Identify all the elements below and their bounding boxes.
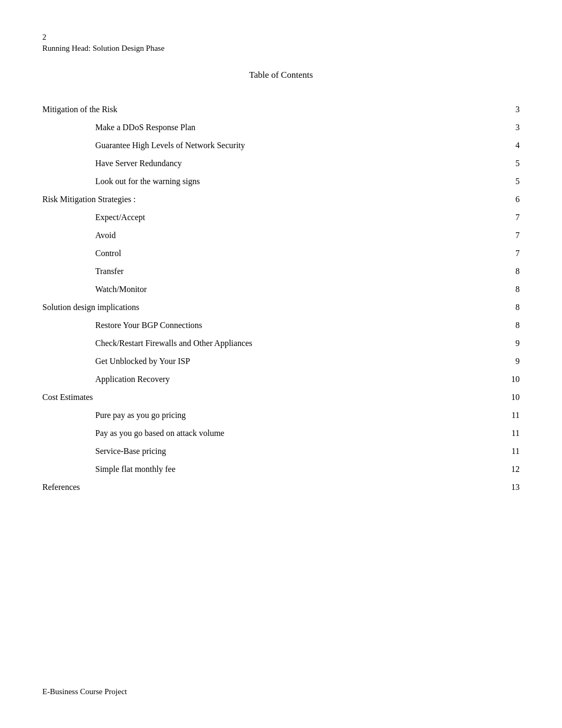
toc-entry-label-20: Simple flat monthly fee bbox=[42, 465, 176, 474]
page: 2 Running Head: Solution Design Phase Ta… bbox=[0, 0, 562, 728]
toc-entry-10: Watch/Monitor8 bbox=[42, 281, 520, 297]
toc-entry-label-4: Look out for the warning signs bbox=[42, 177, 200, 186]
toc-entry-page-18: 11 bbox=[504, 429, 520, 438]
toc-entry-page-7: 7 bbox=[504, 231, 520, 240]
toc-entry-4: Look out for the warning signs5 bbox=[42, 174, 520, 189]
toc-entry-page-14: 9 bbox=[504, 357, 520, 366]
toc-entry-label-2: Guarantee High Levels of Network Securit… bbox=[42, 141, 245, 150]
toc-entry-0: Mitigation of the Risk3 bbox=[42, 102, 520, 117]
toc-entry-label-3: Have Server Redundancy bbox=[42, 159, 182, 168]
toc-entry-label-0: Mitigation of the Risk bbox=[42, 105, 117, 114]
toc-entry-page-16: 10 bbox=[504, 393, 520, 402]
toc-entry-page-20: 12 bbox=[504, 465, 520, 474]
toc-entry-8: Control7 bbox=[42, 245, 520, 261]
toc-entry-label-5: Risk Mitigation Strategies : bbox=[42, 195, 135, 204]
toc-entry-12: Restore Your BGP Connections8 bbox=[42, 317, 520, 333]
toc-entry-label-19: Service-Base pricing bbox=[42, 447, 166, 456]
toc-entry-page-15: 10 bbox=[504, 375, 520, 384]
toc-entry-page-13: 9 bbox=[504, 339, 520, 348]
toc-entry-page-5: 6 bbox=[504, 195, 520, 204]
toc-entry-page-2: 4 bbox=[504, 141, 520, 150]
toc-entry-21: References13 bbox=[42, 479, 520, 495]
toc-entry-label-11: Solution design implications bbox=[42, 303, 139, 312]
toc-entry-3: Have Server Redundancy5 bbox=[42, 156, 520, 171]
running-head: Running Head: Solution Design Phase bbox=[42, 43, 520, 54]
toc-entry-label-21: References bbox=[42, 483, 80, 492]
toc-entry-label-6: Expect/Accept bbox=[42, 213, 145, 222]
toc-entry-11: Solution design implications8 bbox=[42, 299, 520, 315]
toc-title-section: Table of Contents bbox=[42, 70, 520, 80]
toc-entry-page-6: 7 bbox=[504, 213, 520, 222]
toc-entry-14: Get Unblocked by Your ISP9 bbox=[42, 353, 520, 369]
toc-title: Table of Contents bbox=[42, 70, 520, 80]
footer: E-Business Course Project bbox=[42, 687, 127, 696]
toc-entry-label-10: Watch/Monitor bbox=[42, 285, 147, 294]
toc-entry-page-4: 5 bbox=[504, 177, 520, 186]
toc-entry-label-17: Pure pay as you go pricing bbox=[42, 411, 186, 420]
toc-entry-17: Pure pay as you go pricing11 bbox=[42, 407, 520, 423]
toc-entry-19: Service-Base pricing11 bbox=[42, 443, 520, 459]
toc-entry-page-21: 13 bbox=[504, 483, 520, 492]
toc-entry-label-15: Application Recovery bbox=[42, 375, 170, 384]
toc-entry-1: Make a DDoS Response Plan3 bbox=[42, 120, 520, 135]
header: 2 Running Head: Solution Design Phase bbox=[42, 32, 520, 54]
toc-entry-15: Application Recovery10 bbox=[42, 371, 520, 387]
toc-entry-label-13: Check/Restart Firewalls and Other Applia… bbox=[42, 339, 252, 348]
toc-entry-page-10: 8 bbox=[504, 285, 520, 294]
toc-entry-5: Risk Mitigation Strategies :6 bbox=[42, 192, 520, 207]
page-number: 2 bbox=[42, 32, 520, 43]
toc-entry-16: Cost Estimates10 bbox=[42, 389, 520, 405]
toc-entry-9: Transfer8 bbox=[42, 263, 520, 279]
toc-entry-6: Expect/Accept7 bbox=[42, 210, 520, 225]
toc-entry-13: Check/Restart Firewalls and Other Applia… bbox=[42, 335, 520, 351]
toc-entry-20: Simple flat monthly fee12 bbox=[42, 461, 520, 477]
toc-entry-label-1: Make a DDoS Response Plan bbox=[42, 123, 195, 132]
toc-entry-label-12: Restore Your BGP Connections bbox=[42, 321, 202, 330]
toc-entry-18: Pay as you go based on attack volume11 bbox=[42, 425, 520, 441]
toc-entry-label-14: Get Unblocked by Your ISP bbox=[42, 357, 190, 366]
toc-entry-page-12: 8 bbox=[504, 321, 520, 330]
toc-entry-page-3: 5 bbox=[504, 159, 520, 168]
toc-entry-7: Avoid7 bbox=[42, 228, 520, 243]
toc-entry-2: Guarantee High Levels of Network Securit… bbox=[42, 138, 520, 153]
toc-entry-label-9: Transfer bbox=[42, 267, 124, 276]
toc-entry-label-18: Pay as you go based on attack volume bbox=[42, 429, 224, 438]
toc-entry-page-0: 3 bbox=[504, 105, 520, 114]
toc-entry-page-8: 7 bbox=[504, 249, 520, 258]
toc-entry-label-7: Avoid bbox=[42, 231, 116, 240]
toc-entry-page-9: 8 bbox=[504, 267, 520, 276]
toc-entry-page-11: 8 bbox=[504, 303, 520, 312]
toc-entry-label-8: Control bbox=[42, 249, 121, 258]
toc-entry-page-1: 3 bbox=[504, 123, 520, 132]
toc-container: Mitigation of the Risk3Make a DDoS Respo… bbox=[42, 102, 520, 495]
footer-text: E-Business Course Project bbox=[42, 687, 127, 696]
toc-entry-page-19: 11 bbox=[504, 447, 520, 456]
toc-entry-page-17: 11 bbox=[504, 411, 520, 420]
toc-entry-label-16: Cost Estimates bbox=[42, 393, 93, 402]
